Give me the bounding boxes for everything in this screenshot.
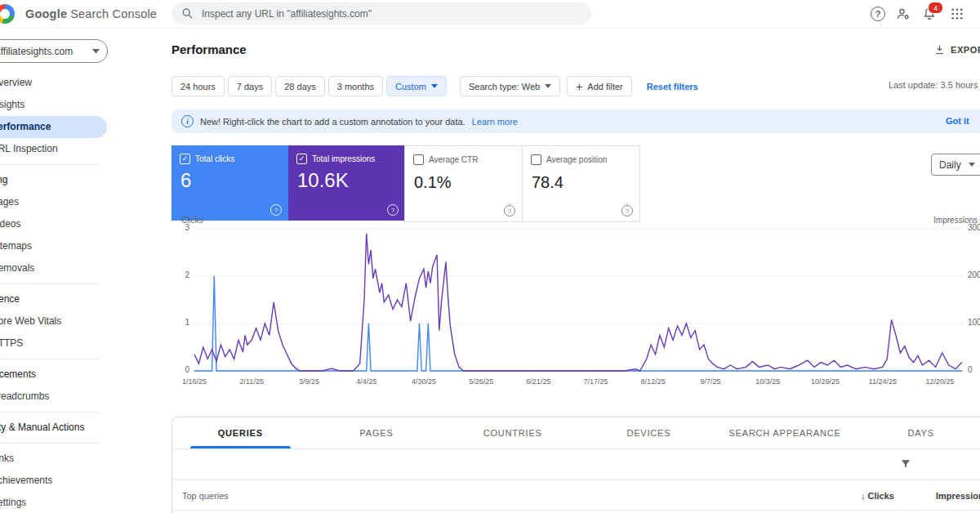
sidebar-item-url-inspection[interactable]: URL Inspection [0,138,118,160]
tab-pages[interactable]: PAGES [309,417,445,448]
chevron-down-icon [431,84,438,88]
date-chip-3-months[interactable]: 3 months [328,76,383,96]
x-axis-label: 5/26/25 [469,377,493,386]
download-icon [933,43,946,56]
app-title-product: Search Console [70,7,157,20]
metric-card-average-ctr[interactable]: Average CTR0.1%? [404,145,523,222]
info-icon: i [181,115,194,127]
add-filter-chip[interactable]: + Add filter [567,76,632,96]
property-name: affiliatesights.com [0,46,92,57]
average-ctr-checkbox[interactable] [413,154,424,165]
sidebar-item-performance[interactable]: Performance [0,116,107,138]
app-title: GoogleSearch Console [25,7,157,20]
date-chip-7-days[interactable]: 7 days [228,76,272,96]
average-position-checkbox[interactable] [531,154,541,165]
x-axis-label: 1/16/25 [182,377,207,386]
annotation-banner: i New! Right-click the chart to add a cu… [172,109,980,133]
sidebar-item-sitemaps[interactable]: Sitemaps [0,235,118,257]
x-axis-label: 7/17/25 [584,377,608,386]
sidebar-item-settings[interactable]: Settings [0,492,118,513]
granularity-dropdown[interactable]: Daily [931,154,980,176]
url-inspect-search-bar[interactable] [172,2,591,25]
sidebar-item-pages[interactable]: Pages [0,191,118,213]
y-tick-left: 3 [172,223,189,232]
sidebar-divider [0,164,100,165]
date-chip-28-days[interactable]: 28 days [275,76,325,96]
sidebar-item-insights[interactable]: Insights [0,94,118,116]
y-tick-left: 1 [172,318,189,327]
metric-label: Total clicks [195,154,234,163]
last-update-text: Last update: 3.5 hours ago [889,80,980,90]
filter-bar: 24 hours7 days28 days3 months Custom Sea… [172,76,698,96]
sidebar-item-videos[interactable]: Videos [0,213,118,235]
sidebar-item-experience[interactable]: Experience [0,288,118,310]
gsc-app: GoogleSearch Console ? 4 [0,0,980,513]
x-axis-label: 9/7/25 [701,377,721,386]
total-impressions-checkbox[interactable]: ✓ [296,154,307,164]
clicks-column-header[interactable]: ↓ Clicks [861,491,894,501]
property-selector[interactable]: affiliatesights.com [0,39,108,63]
sidebar-item-indexing[interactable]: Indexing [0,169,118,191]
search-type-chip[interactable]: Search type: Web [460,76,560,96]
metric-value: 78.4 [532,173,564,192]
app-title-google: Google [25,7,67,20]
sidebar-item-breadcrumbs[interactable]: Breadcrumbs [0,386,118,408]
tab-queries[interactable]: QUERIES [172,417,309,448]
tab-countries[interactable]: COUNTRIES [444,417,581,448]
sidebar-item-overview[interactable]: Overview [0,72,118,94]
y-tick-right: 0 [968,365,973,374]
sort-down-icon: ↓ [861,491,866,501]
filter-icon[interactable] [899,457,912,474]
sidebar-divider [0,359,100,359]
notifications-button[interactable]: 4 [922,7,937,21]
sidebar-item-achievements[interactable]: Achievements [0,470,118,492]
export-button[interactable]: EXPORT [933,43,980,56]
help-button[interactable]: ? [871,7,885,21]
plus-icon: + [576,81,582,92]
search-console-logo-icon[interactable] [0,4,15,24]
metric-value: 0.1% [414,173,452,192]
sidebar-item-https[interactable]: HTTPS [0,332,118,355]
url-inspect-input[interactable] [200,7,581,20]
sidebar-item-removals[interactable]: Removals [0,257,118,279]
metric-cards: ✓Total clicks6?✓Total impressions10.6K?A… [172,145,640,222]
performance-chart[interactable] [193,227,964,374]
total-clicks-checkbox[interactable]: ✓ [180,154,190,164]
series-impressions [194,234,962,371]
chevron-down-icon [545,84,551,88]
x-axis-label: 10/29/25 [811,377,840,386]
help-icon: ? [621,205,633,216]
learn-more-link[interactable]: Learn more [472,117,518,127]
sidebar-divider [0,412,100,413]
metric-card-average-position[interactable]: Average position78.4? [522,145,640,222]
impressions-column-header[interactable]: Impressions [936,491,980,501]
metric-value: 6 [180,169,191,192]
google-apps-button[interactable] [950,7,964,21]
account-settings-button[interactable] [896,7,911,21]
date-chip-custom[interactable]: Custom [386,76,447,96]
y-tick-right: 300 [968,223,980,232]
metric-label: Average CTR [429,155,478,164]
x-axis-label: 11/24/25 [869,377,897,386]
y-tick-right: 200 [968,270,980,279]
y-tick-left: 0 [172,365,189,374]
date-chip-24-hours[interactable]: 24 hours [172,76,225,96]
sidebar-divider [0,443,100,444]
y-tick-right: 100 [968,318,980,327]
sidebar-item-links[interactable]: Links [0,448,118,470]
tab-search-appearance[interactable]: SEARCH APPEARANCE [717,417,853,448]
sidebar-item-enhancements[interactable]: Enhancements [0,364,118,386]
metric-card-total-clicks[interactable]: ✓Total clicks6? [172,145,288,221]
banner-text: New! Right-click the chart to add a cust… [200,117,466,127]
sidebar-item-core-web-vitals[interactable]: Core Web Vitals [0,310,118,332]
reset-filters-link[interactable]: Reset filters [647,82,698,91]
metric-card-total-impressions[interactable]: ✓Total impressions10.6K? [288,145,405,221]
sidebar-item-security-manual-actions[interactable]: Security & Manual Actions [0,417,118,439]
notification-badge: 4 [928,2,943,14]
tab-days[interactable]: DAYS [853,417,980,448]
row-header: Top queries [182,491,229,501]
x-axis-label: 2/11/25 [240,377,264,386]
dimensions-table-card: QUERIESPAGESCOUNTRIESDEVICESSEARCH APPEA… [172,417,980,513]
tab-devices[interactable]: DEVICES [581,417,717,448]
got-it-button[interactable]: Got it [946,116,969,126]
